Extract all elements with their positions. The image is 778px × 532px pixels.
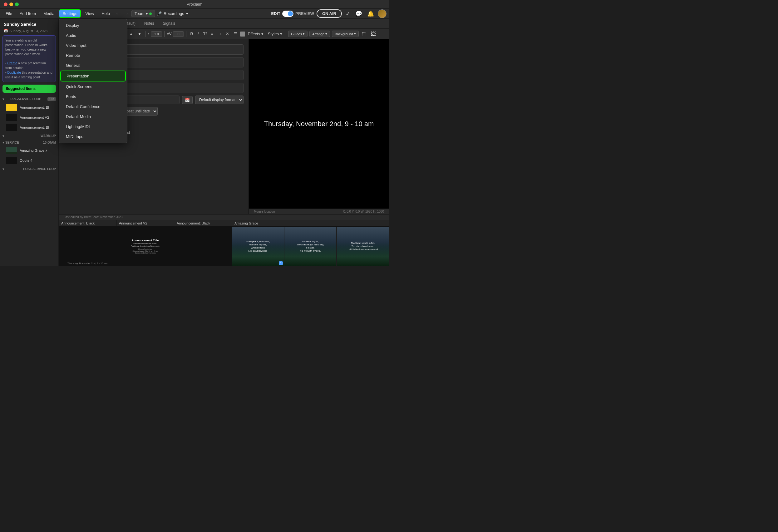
tracking-input[interactable] [173, 31, 184, 37]
list-item[interactable]: Announcement: Bl [0, 123, 58, 132]
font-size-up-button[interactable]: ▲ [128, 31, 135, 37]
menu-item-default-media[interactable]: Default Media [60, 112, 126, 122]
background-chevron-icon: ▾ [354, 32, 356, 36]
menu-file[interactable]: File [2, 10, 15, 17]
menu-item-lighting-midi[interactable]: Lighting/MIDI [60, 122, 126, 132]
clear-format-button[interactable]: ✕ [224, 31, 231, 37]
background-button[interactable]: Background ▾ [332, 30, 359, 37]
list-item[interactable]: Amazing Grace ♪ [0, 146, 58, 155]
thumb-group-label: Amazing Grace [232, 220, 389, 227]
thumbnail[interactable]: Thursday, November 2nd, 9 - 10 am [59, 227, 116, 266]
service-chevron-icon: ▾ [2, 141, 4, 144]
menu-item-presentation[interactable]: Presentation [60, 71, 126, 81]
bell-icon[interactable]: 🔔 [366, 10, 375, 18]
item-label: Quote 4 [20, 159, 56, 162]
menu-item-quick-screens[interactable]: Quick Screens [60, 82, 126, 91]
tab-notes[interactable]: Notes [140, 19, 158, 28]
menu-item-audio[interactable]: Audio [60, 30, 126, 40]
align-button[interactable]: ☰ [232, 31, 239, 37]
italic-button[interactable]: I [196, 31, 201, 37]
service-name: Sunday Service [0, 19, 58, 28]
section-pre-service[interactable]: ▾ PRE-SERVICE LOOP 18s [0, 95, 58, 102]
grace-lyrics: Tho Satan should buffet,Tho trials shoul… [346, 240, 379, 252]
close-button[interactable] [4, 2, 7, 6]
fullscreen-button[interactable] [15, 2, 19, 6]
minimize-button[interactable] [9, 2, 13, 6]
background-label: Background [335, 32, 353, 36]
suggested-items-button[interactable]: Suggested Items [2, 85, 56, 93]
guides-button[interactable]: Guides ▾ [288, 30, 308, 37]
thumb-images [174, 227, 232, 266]
last-edited-text: Last edited by Brett Scott, November 202… [64, 215, 123, 219]
grace-lyrics: Whatever my lot,Thou hast taught me to s… [296, 239, 325, 253]
thumbnail[interactable]: Whatever my lot,Thou hast taught me to s… [285, 227, 336, 266]
grace-lyrics: When peace, like a river,Attendeth my wa… [245, 239, 271, 253]
list-button[interactable]: ≡ [210, 31, 215, 37]
menu-settings[interactable]: Settings [59, 9, 81, 18]
menu-add-item[interactable]: Add Item [16, 10, 39, 17]
thumb-group-label: Announcement: Black [59, 220, 116, 227]
thumb-group-announcement-black2: Announcement: Black [174, 220, 232, 266]
thumbnail[interactable]: Announcement Title Information about thi… [116, 227, 174, 266]
team-button[interactable]: Team ▾ [131, 10, 155, 17]
menu-item-fonts[interactable]: Fonts [60, 92, 126, 101]
line-height-input[interactable] [151, 31, 162, 37]
thumb-group-label: Announcement: Black [174, 220, 232, 227]
text-box-icon[interactable]: ⬚ [361, 30, 368, 37]
list-item[interactable]: Quote 4 [0, 155, 58, 165]
chat-icon[interactable]: 💬 [354, 10, 364, 18]
on-air-button[interactable]: ON AIR [317, 9, 342, 18]
font-size-down-button[interactable]: ▼ [136, 31, 143, 37]
window-controls[interactable] [4, 2, 19, 6]
menu-item-video-input[interactable]: Video Input [60, 41, 126, 50]
menu-item-display[interactable]: Display [60, 21, 126, 30]
thumbnail[interactable] [174, 227, 232, 266]
create-link[interactable]: Create [7, 61, 17, 65]
more-icon[interactable]: ⋯ [379, 30, 387, 37]
tab-signals[interactable]: Signals [158, 19, 179, 28]
duplicate-link[interactable]: Duplicate [7, 71, 21, 74]
calendar-button[interactable]: 📅 [182, 96, 192, 104]
arrange-label: Arrange [312, 32, 324, 36]
team-online-indicator [149, 12, 152, 15]
menu-item-general[interactable]: General [60, 61, 126, 70]
text-transform-button[interactable]: Tf [202, 31, 208, 37]
menu-help[interactable]: Help [98, 10, 113, 17]
effects-button[interactable]: Effects ▾ [246, 31, 265, 37]
recordings-button[interactable]: 🎤 Recordings ▾ [156, 11, 188, 16]
menu-view[interactable]: View [82, 10, 97, 17]
preview-coords: X: 0.0 Y: 0.0 W: 1920 H: 1080 [343, 210, 384, 213]
arrange-button[interactable]: Arrange ▾ [309, 30, 330, 37]
sidebar: Sunday Service 📅 Sunday, August 13, 2023… [0, 19, 59, 266]
arrange-chevron-icon: ▾ [325, 32, 327, 36]
check-icon[interactable]: ✓ [344, 10, 352, 18]
menu-item-remote[interactable]: Remote [60, 51, 126, 60]
color-button[interactable] [240, 31, 245, 36]
list-item[interactable]: Announcement: Bl [0, 102, 58, 112]
image-icon[interactable]: 🖼 [370, 30, 377, 37]
menu-item-default-confidence[interactable]: Default Confidence [60, 102, 126, 111]
styles-button[interactable]: Styles ▾ [266, 31, 284, 37]
section-warm-up[interactable]: ▾ WARM-UP [0, 132, 58, 139]
thumbnail[interactable]: When peace, like a river,Attendeth my wa… [232, 227, 284, 266]
redo-button[interactable]: → [123, 10, 130, 17]
indent-button[interactable]: ⇥ [216, 31, 223, 37]
tracking-icon: AV [167, 32, 171, 36]
menu-media[interactable]: Media [40, 10, 58, 17]
ann-title: Announcement Title [132, 239, 159, 242]
menubar: File Add Item Media Settings View Help ←… [0, 9, 389, 19]
section-service[interactable]: ▾ SERVICE 10:00AM [0, 139, 58, 146]
list-item[interactable]: Announcement V2 [0, 112, 58, 123]
bold-button[interactable]: B [188, 31, 194, 37]
item-label: Announcement: Bl [20, 126, 56, 129]
edit-preview-toggle[interactable] [282, 11, 294, 17]
thumb-content [174, 227, 232, 266]
guides-label: Guides [291, 32, 302, 36]
user-avatar[interactable] [378, 9, 387, 18]
menu-item-midi-input[interactable]: MIDI Input [60, 132, 126, 141]
thumbnail[interactable]: Tho Satan should buffet,Tho trials shoul… [337, 227, 389, 266]
section-post-service[interactable]: ▾ POST-SERVICE LOOP [0, 165, 58, 172]
slide-number-badge: 1 [279, 261, 283, 265]
undo-button[interactable]: ← [114, 10, 122, 17]
display-format-select[interactable]: Default display format [195, 95, 243, 104]
